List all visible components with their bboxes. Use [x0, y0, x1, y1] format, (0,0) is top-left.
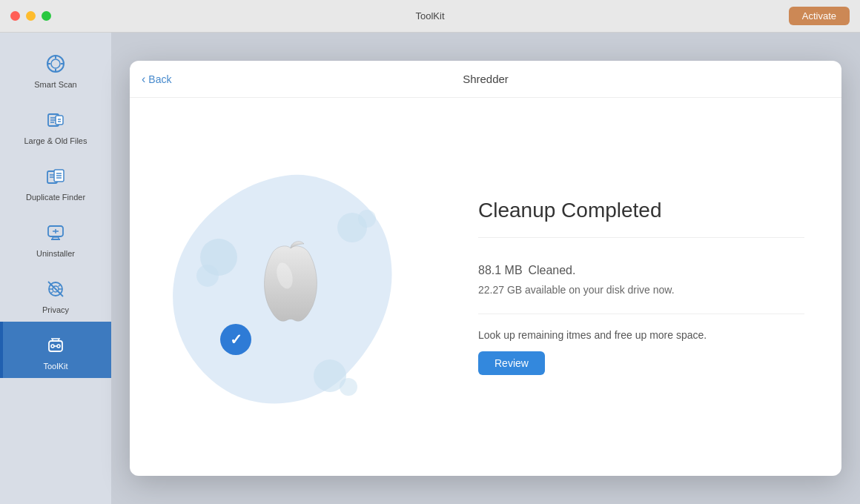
back-button[interactable]: ‹ Back — [142, 73, 171, 86]
app-title: ToolKit — [415, 10, 444, 21]
active-indicator — [0, 322, 3, 378]
app-body: Smart Scan Large & Old Files — [0, 33, 860, 504]
sidebar-item-toolkit[interactable]: ToolKit — [0, 322, 111, 378]
duplicate-finder-label: Duplicate Finder — [26, 193, 85, 202]
sidebar-item-smart-scan[interactable]: Smart Scan — [0, 40, 111, 96]
activate-button[interactable]: Activate — [789, 7, 850, 25]
disk-available: 22.27 GB available on your disk drive no… — [478, 284, 804, 296]
privacy-icon — [42, 276, 69, 302]
illustration-area: ✓ — [130, 98, 441, 476]
minimize-button[interactable] — [26, 11, 36, 21]
sidebar-item-duplicate-finder[interactable]: Duplicate Finder — [0, 153, 111, 209]
smart-scan-icon — [42, 50, 69, 77]
privacy-label: Privacy — [42, 305, 69, 314]
svg-point-40 — [196, 265, 219, 287]
panel-title: Shredder — [463, 73, 509, 85]
sidebar: Smart Scan Large & Old Files — [0, 33, 111, 504]
smart-scan-label: Smart Scan — [34, 80, 76, 89]
svg-point-36 — [57, 345, 60, 348]
apple-logo — [239, 235, 343, 339]
result-title: Cleanup Completed — [478, 199, 804, 222]
titlebar: ToolKit Activate — [0, 0, 860, 33]
duplicate-finder-icon — [42, 163, 69, 190]
divider-1 — [478, 237, 804, 238]
main-panel: ‹ Back Shredder — [130, 61, 841, 476]
result-area: Cleanup Completed 88.1 MB Cleaned. 22.27… — [441, 169, 841, 405]
svg-rect-10 — [56, 116, 63, 125]
large-old-files-icon — [42, 107, 69, 133]
sidebar-item-large-old-files[interactable]: Large & Old Files — [0, 96, 111, 153]
check-circle: ✓ — [220, 324, 251, 355]
svg-point-42 — [358, 210, 376, 228]
sidebar-item-uninstaller[interactable]: Uninstaller — [0, 209, 111, 265]
uninstaller-icon — [42, 219, 69, 246]
svg-point-44 — [340, 378, 357, 396]
window-controls — [10, 11, 51, 21]
toolkit-label: ToolKit — [43, 362, 67, 371]
close-button[interactable] — [10, 11, 20, 21]
panel-header: ‹ Back Shredder — [130, 61, 841, 98]
toolkit-icon — [42, 332, 69, 359]
panel-body: ✓ Cleanup Completed 88.1 MB Cleaned. 22.… — [130, 98, 841, 476]
content-area: ‹ Back Shredder — [111, 33, 860, 504]
review-button[interactable]: Review — [478, 351, 545, 375]
large-old-files-label: Large & Old Files — [24, 136, 87, 145]
svg-line-31 — [59, 285, 62, 287]
maximize-button[interactable] — [42, 11, 51, 21]
svg-line-32 — [50, 292, 53, 294]
review-prompt: Look up remaining itmes and free up more… — [478, 329, 804, 341]
sidebar-item-privacy[interactable]: Privacy — [0, 265, 111, 322]
back-label: Back — [148, 73, 171, 85]
divider-2 — [478, 314, 804, 314]
back-chevron-icon: ‹ — [142, 73, 145, 86]
cleaned-label: Cleaned. — [528, 264, 575, 276]
svg-point-1 — [51, 59, 60, 68]
uninstaller-label: Uninstaller — [36, 249, 75, 258]
svg-point-35 — [51, 345, 54, 348]
cleaned-amount: 88.1 MB Cleaned. — [478, 256, 804, 279]
blob-container: ✓ — [159, 161, 411, 413]
